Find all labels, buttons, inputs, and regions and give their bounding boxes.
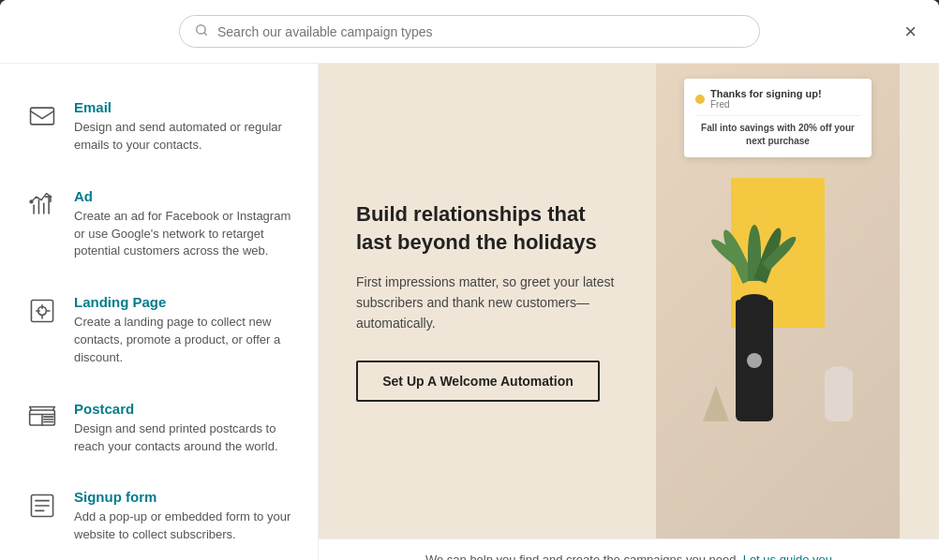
- small-vase: [825, 370, 853, 421]
- ad-title: Ad: [74, 188, 295, 204]
- signup-form-title: Signup form: [74, 489, 295, 505]
- promo-desc: First impressions matter, so greet your …: [356, 272, 619, 334]
- promo-text: Build relationships that last beyond the…: [319, 64, 656, 538]
- sidebar-item-landing-page[interactable]: Landing Page Create a landing page to co…: [0, 277, 318, 384]
- cta-button[interactable]: Set Up A Welcome Automation: [356, 361, 600, 402]
- email-sender-name: Fred: [710, 99, 822, 110]
- modal-body: Email Design and send automated or regul…: [0, 64, 939, 560]
- promo-title: Build relationships that last beyond the…: [356, 200, 619, 256]
- promo-section: Build relationships that last beyond the…: [319, 64, 939, 538]
- modal-footer: We can help you find and create the camp…: [319, 538, 939, 560]
- sidebar-item-email[interactable]: Email Design and send automated or regul…: [0, 82, 318, 171]
- email-title: Email: [74, 99, 295, 115]
- plant-decoration: [723, 225, 780, 300]
- search-container: [179, 15, 760, 48]
- vase-scene: [684, 169, 872, 431]
- sidebar: Email Design and send automated or regul…: [0, 64, 319, 560]
- sidebar-item-signup-form[interactable]: Signup form Add a pop-up or embedded for…: [0, 472, 318, 560]
- email-subject: Fall into savings with 20% off your next…: [695, 122, 860, 148]
- email-icon: [25, 99, 59, 133]
- postcard-title: Postcard: [74, 401, 295, 417]
- landing-page-icon: [25, 294, 59, 328]
- landing-page-desc: Create a landing page to collect new con…: [74, 314, 295, 367]
- email-preview-card: Thanks for signing up! Fred Fall into sa…: [684, 79, 872, 157]
- footer-guide-link[interactable]: Let us guide you: [743, 553, 832, 560]
- landing-page-title: Landing Page: [74, 294, 295, 310]
- sidebar-item-postcard[interactable]: Postcard Design and send printed postcar…: [0, 384, 318, 473]
- sidebar-item-ad[interactable]: Ad Create an ad for Facebook or Instagra…: [0, 171, 318, 278]
- search-input[interactable]: [217, 24, 744, 39]
- close-button[interactable]: ×: [904, 22, 917, 42]
- search-icon: [195, 23, 208, 39]
- svg-rect-2: [31, 108, 54, 125]
- email-desc: Design and send automated or regular ema…: [74, 119, 295, 155]
- tall-vase: [736, 300, 773, 421]
- product-scene: Thanks for signing up! Fred Fall into sa…: [656, 64, 900, 538]
- cone-decoration: [703, 386, 729, 421]
- ad-desc: Create an ad for Facebook or Instagram o…: [74, 208, 295, 261]
- postcard-desc: Design and send printed postcards to rea…: [74, 420, 295, 456]
- svg-point-7: [30, 200, 33, 203]
- postcard-icon: [25, 401, 59, 435]
- footer-text: We can help you find and create the camp…: [425, 553, 739, 560]
- signup-form-desc: Add a pop-up or embedded form to your we…: [74, 508, 295, 544]
- ad-icon: [25, 188, 59, 222]
- promo-image: Thanks for signing up! Fred Fall into sa…: [656, 64, 900, 538]
- modal-header: ×: [0, 0, 939, 64]
- svg-line-1: [204, 33, 207, 36]
- signup-form-icon: [25, 489, 59, 523]
- email-avatar-dot: [695, 95, 705, 104]
- email-greeting: Thanks for signing up!: [710, 88, 822, 99]
- main-content: Build relationships that last beyond the…: [319, 64, 939, 560]
- campaign-modal: × Email Design and send automated or reg…: [0, 0, 939, 560]
